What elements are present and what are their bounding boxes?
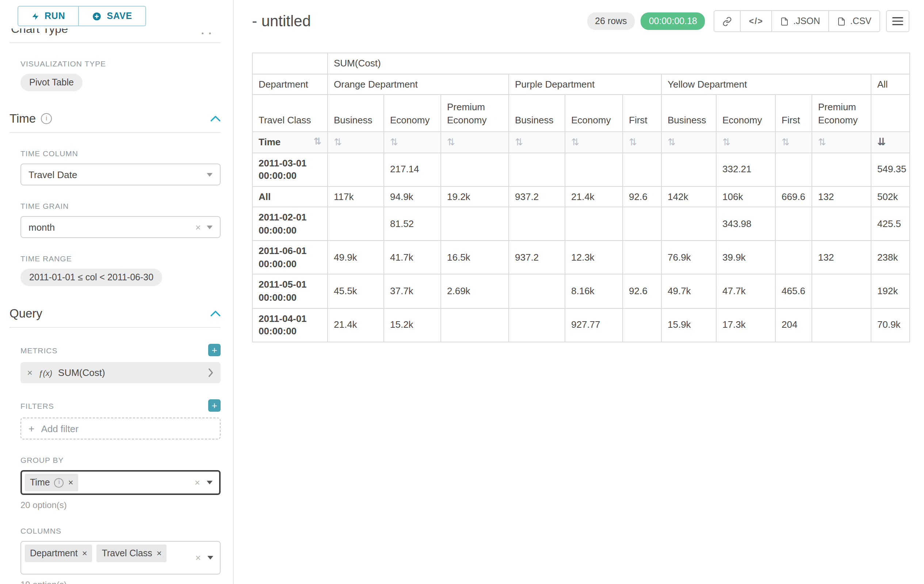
cell bbox=[623, 207, 662, 241]
clear-all-icon[interactable]: × bbox=[195, 552, 201, 563]
column-header: First bbox=[623, 95, 662, 132]
cell: 47.7k bbox=[716, 275, 776, 308]
sort-column-button[interactable]: ⇅ bbox=[509, 132, 565, 153]
view-query-button[interactable]: </> bbox=[741, 10, 772, 32]
table-row: All 117k 94.9k 19.2k 937.2 21.4k 92.6 14… bbox=[252, 186, 910, 207]
download-json-button[interactable]: .JSON bbox=[772, 10, 829, 32]
sort-column-button-active[interactable]: ⇊ bbox=[871, 132, 910, 153]
metric-header-row: SUM(Cost) bbox=[252, 53, 910, 74]
remove-chip-icon[interactable]: × bbox=[68, 477, 73, 488]
cell bbox=[328, 207, 384, 241]
add-filter-button[interactable]: + Add filter bbox=[20, 418, 221, 439]
cell: 37.7k bbox=[384, 275, 441, 308]
cell bbox=[776, 153, 812, 186]
cell: 19.2k bbox=[441, 186, 509, 207]
cell bbox=[776, 241, 812, 275]
orange-department-header: Orange Department bbox=[328, 74, 509, 95]
pivot-table: SUM(Cost) Department Orange Department P… bbox=[252, 53, 910, 342]
sort-column-button[interactable]: ⇅ bbox=[662, 132, 716, 153]
column-header: First bbox=[776, 95, 812, 132]
cell: 49.9k bbox=[328, 241, 384, 275]
columns-chip-travel-class[interactable]: Travel Class × bbox=[97, 545, 167, 562]
save-button[interactable]: SAVE bbox=[79, 6, 146, 26]
cell bbox=[441, 207, 509, 241]
table-row: 2011-05-01 00:00:00 45.5k 37.7k 2.69k 8.… bbox=[252, 275, 910, 308]
cell: 204 bbox=[776, 308, 812, 342]
cell: 106k bbox=[716, 186, 776, 207]
time-row-header[interactable]: ⇅Time bbox=[252, 132, 328, 153]
sort-column-button[interactable]: ⇅ bbox=[623, 132, 662, 153]
sort-desc-icon: ⇊ bbox=[877, 136, 886, 148]
metric-chip[interactable]: × ƒ(x) SUM(Cost) bbox=[20, 362, 221, 383]
column-header: Premium Economy bbox=[441, 95, 509, 132]
remove-metric-icon[interactable]: × bbox=[27, 367, 33, 378]
columns-select[interactable]: Department × Travel Class × × bbox=[20, 541, 221, 574]
add-filter-plus-button[interactable]: + bbox=[208, 399, 221, 412]
sort-row: ⇅Time ⇅ ⇅ ⇅ ⇅ ⇅ ⇅ ⇅ ⇅ ⇅ ⇅ ⇊ bbox=[252, 132, 910, 153]
group-by-control: GROUP BY Time i × × 20 option(s) bbox=[20, 456, 221, 510]
cell: 70.9k bbox=[871, 308, 910, 342]
add-metric-button[interactable]: + bbox=[208, 344, 221, 356]
result-toolbar: 26 rows 00:00:00.18 </> .JSON . bbox=[587, 10, 909, 32]
table-row: 2011-06-01 00:00:00 49.9k 41.7k 16.5k 93… bbox=[252, 241, 910, 275]
add-filter-label: Add filter bbox=[41, 423, 79, 434]
table-row: 2011-04-01 00:00:00 21.4k 15.2k 927.77 1… bbox=[252, 308, 910, 342]
sort-icon: ⇅ bbox=[571, 137, 579, 148]
sort-column-button[interactable]: ⇅ bbox=[716, 132, 776, 153]
plus-icon: + bbox=[211, 345, 217, 355]
sort-column-button[interactable]: ⇅ bbox=[812, 132, 871, 153]
run-button[interactable]: RUN bbox=[18, 6, 79, 26]
metrics-label: METRICS bbox=[20, 345, 58, 354]
time-section-header[interactable]: Time i bbox=[10, 112, 221, 125]
group-by-chip-time[interactable]: Time i × bbox=[25, 474, 79, 491]
cell: 927.77 bbox=[565, 308, 623, 342]
sort-icon: ⇅ bbox=[447, 137, 455, 148]
cell bbox=[662, 207, 716, 241]
remove-chip-icon[interactable]: × bbox=[82, 548, 87, 558]
plus-icon: + bbox=[28, 423, 34, 434]
time-section: Time i bbox=[10, 112, 221, 133]
sort-column-button[interactable]: ⇅ bbox=[384, 132, 441, 153]
cell: 8.16k bbox=[565, 275, 623, 308]
cell bbox=[623, 241, 662, 275]
remove-chip-icon[interactable]: × bbox=[157, 548, 162, 558]
sort-column-button[interactable]: ⇅ bbox=[328, 132, 384, 153]
info-icon: i bbox=[54, 478, 64, 487]
cell: 92.6 bbox=[623, 186, 662, 207]
cell: 142k bbox=[662, 186, 716, 207]
json-label: .JSON bbox=[793, 16, 820, 26]
group-by-select[interactable]: Time i × × bbox=[20, 470, 221, 495]
caret-down-icon bbox=[207, 225, 213, 229]
sort-column-button[interactable]: ⇅ bbox=[776, 132, 812, 153]
purple-department-header: Purple Department bbox=[509, 74, 662, 95]
time-range-value[interactable]: 2011-01-01 ≤ col < 2011-06-30 bbox=[20, 269, 162, 286]
cell bbox=[565, 207, 623, 241]
metrics-control: METRICS + × ƒ(x) SUM(Cost) bbox=[20, 344, 221, 383]
cell bbox=[812, 308, 871, 342]
query-section: Query bbox=[10, 307, 221, 328]
time-column-select[interactable]: Travel Date bbox=[20, 163, 221, 186]
section-divider bbox=[10, 42, 221, 43]
sort-column-button[interactable]: ⇅ bbox=[441, 132, 509, 153]
copy-link-button[interactable] bbox=[714, 10, 741, 32]
cell: 94.9k bbox=[384, 186, 441, 207]
clear-all-icon[interactable]: × bbox=[195, 477, 200, 488]
department-header: Department bbox=[252, 74, 328, 95]
control-panel: RUN SAVE Chart Type •• VISUALIZATION TYP… bbox=[0, 0, 234, 584]
time-grain-select[interactable]: month × bbox=[20, 216, 221, 238]
caret-down-icon bbox=[207, 481, 213, 484]
cell: 425.5 bbox=[871, 207, 910, 241]
time-range-label: TIME RANGE bbox=[20, 254, 221, 263]
cell bbox=[662, 153, 716, 186]
chevron-right-icon bbox=[208, 368, 214, 377]
chart-type-heading: Chart Type bbox=[11, 28, 221, 36]
cell bbox=[509, 207, 565, 241]
sort-column-button[interactable]: ⇅ bbox=[565, 132, 623, 153]
menu-button[interactable] bbox=[886, 10, 909, 32]
query-section-header[interactable]: Query bbox=[10, 307, 221, 321]
clear-icon[interactable]: × bbox=[195, 222, 201, 232]
columns-chip-department[interactable]: Department × bbox=[25, 545, 92, 562]
result-panel: - untitled 26 rows 00:00:00.18 </> .JSON bbox=[234, 0, 924, 342]
visualization-type-value[interactable]: Pivot Table bbox=[20, 74, 82, 91]
download-csv-button[interactable]: .CSV bbox=[829, 10, 880, 32]
